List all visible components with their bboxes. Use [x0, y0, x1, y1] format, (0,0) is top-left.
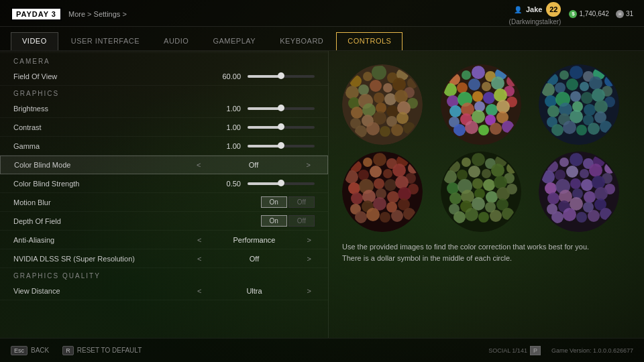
svg-point-192 — [581, 179, 593, 191]
svg-point-207 — [576, 212, 587, 223]
p-badge[interactable]: P — [530, 346, 541, 355]
color-circle-6 — [539, 152, 619, 232]
user-sub: (Darkwingstalker) — [509, 18, 561, 25]
anti-aliasing-row: Anti-Aliasing < Performance > — [0, 231, 328, 249]
svg-point-59 — [496, 100, 510, 113]
svg-point-174 — [502, 208, 514, 220]
motion-blur-off-btn[interactable]: Off — [288, 196, 315, 208]
svg-point-81 — [580, 82, 589, 91]
anti-aliasing-prev-btn[interactable]: < — [194, 236, 205, 244]
svg-point-45 — [468, 78, 480, 90]
level-badge: 22 — [546, 2, 561, 17]
section-graphics-quality: GRAPHICS QUALITY — [0, 268, 328, 282]
user-info: 👤 Jake 22 (Darkwingstalker) — [509, 2, 561, 25]
contrast-value: 1.00 — [201, 123, 241, 131]
svg-point-149 — [457, 170, 468, 180]
svg-point-173 — [490, 210, 502, 222]
svg-point-30 — [355, 125, 367, 137]
svg-point-69 — [502, 121, 514, 133]
brightness-value: 1.00 — [201, 105, 241, 113]
tab-gameplay[interactable]: GAMEPLAY — [201, 32, 267, 50]
description: Use the provided images to find the colo… — [342, 241, 631, 263]
svg-point-163 — [486, 191, 498, 203]
svg-point-164 — [496, 187, 510, 200]
svg-point-122 — [384, 179, 396, 191]
tab-ui[interactable]: USER INTERFACE — [60, 32, 151, 50]
svg-point-156 — [472, 178, 483, 189]
dollar-icon: $ — [569, 10, 577, 18]
svg-point-32 — [380, 126, 390, 137]
svg-point-172 — [478, 212, 489, 223]
svg-point-187 — [589, 164, 602, 177]
logo: PAYDAY 3 — [11, 7, 62, 21]
view-distance-row: View Distance < Ultra > — [0, 282, 328, 300]
reset-btn[interactable]: R RESET TO DEFAULT — [62, 346, 142, 355]
color-blind-mode-value: Off — [204, 161, 303, 169]
motion-blur-on-btn[interactable]: On — [261, 196, 287, 208]
fov-value: 60.00 — [201, 72, 241, 80]
left-panel: CAMERA Field Of View 60.00 GRAPHICS Brig… — [0, 51, 329, 338]
dlss-value: Off — [205, 255, 303, 263]
color-blind-next-btn[interactable]: > — [303, 161, 314, 169]
tab-audio[interactable]: AUDIO — [152, 32, 200, 50]
breadcrumb[interactable]: More > Settings > — [68, 10, 127, 18]
contrast-slider[interactable] — [248, 126, 315, 129]
svg-point-47 — [491, 76, 504, 90]
svg-point-87 — [581, 92, 593, 104]
motion-blur-row: Motion Blur On Off — [0, 193, 328, 212]
color-blind-strength-value: 0.50 — [201, 180, 241, 188]
anti-aliasing-next-btn[interactable]: > — [304, 236, 315, 244]
bottom-right: SOCIAL 1/141 P Game Version: 1.0.0.0.626… — [488, 346, 633, 355]
svg-point-136 — [366, 208, 380, 221]
svg-point-103 — [588, 123, 600, 135]
currency-row: $ 1,740,642 ☠ 31 — [569, 10, 633, 18]
svg-point-160 — [449, 192, 462, 204]
svg-point-113 — [345, 170, 358, 184]
svg-point-125 — [351, 192, 363, 204]
svg-point-193 — [592, 176, 605, 189]
gamma-slider[interactable] — [248, 145, 315, 147]
contrast-label: Contrast — [13, 123, 201, 131]
back-btn[interactable]: Esc BACK — [11, 346, 49, 355]
color-blind-prev-btn[interactable]: < — [193, 161, 204, 169]
svg-point-3 — [363, 72, 372, 81]
svg-point-16 — [374, 93, 384, 103]
dlss-next-btn[interactable]: > — [304, 255, 315, 263]
user-icon: 👤 — [514, 6, 522, 13]
svg-point-38 — [462, 70, 471, 80]
color-blind-strength-label: Color Blind Strength — [13, 180, 201, 188]
depth-of-field-row: Depth Of Field On Off — [0, 212, 328, 231]
depth-of-field-on-btn[interactable]: On — [261, 215, 287, 227]
money-display: $ 1,740,642 — [569, 10, 609, 18]
svg-point-152 — [491, 164, 504, 177]
svg-point-158 — [494, 176, 507, 189]
fov-row: Field Of View 60.00 — [0, 67, 328, 86]
tab-video[interactable]: VIDEO — [11, 32, 58, 50]
gamma-row: Gamma 1.00 — [0, 137, 328, 156]
brightness-slider[interactable] — [248, 107, 315, 110]
svg-point-18 — [394, 90, 408, 103]
anti-aliasing-value: Performance — [205, 236, 303, 244]
view-distance-prev-btn[interactable]: < — [194, 287, 205, 295]
tab-controls[interactable]: CONTROLS — [336, 32, 402, 50]
dlss-prev-btn[interactable]: < — [194, 255, 205, 263]
reset-key: R — [62, 346, 74, 355]
fov-slider[interactable] — [248, 75, 315, 78]
svg-point-44 — [457, 82, 468, 93]
svg-point-33 — [391, 124, 403, 136]
tab-keyboard[interactable]: KEYBOARD — [268, 32, 335, 50]
svg-point-10 — [370, 80, 382, 92]
svg-point-151 — [482, 169, 491, 178]
color-circle-5 — [441, 152, 521, 232]
depth-of-field-off-btn[interactable]: Off — [288, 215, 315, 227]
svg-point-79 — [555, 82, 566, 93]
color-circle-4 — [342, 152, 423, 232]
svg-point-121 — [374, 178, 384, 189]
svg-point-94 — [594, 100, 608, 113]
color-circle-3 — [539, 64, 619, 145]
topbar-right: 👤 Jake 22 (Darkwingstalker) $ 1,740,642 … — [509, 2, 633, 25]
svg-point-137 — [380, 212, 390, 223]
color-blind-strength-slider[interactable] — [248, 182, 315, 185]
svg-point-208 — [588, 210, 600, 222]
view-distance-next-btn[interactable]: > — [304, 287, 315, 295]
